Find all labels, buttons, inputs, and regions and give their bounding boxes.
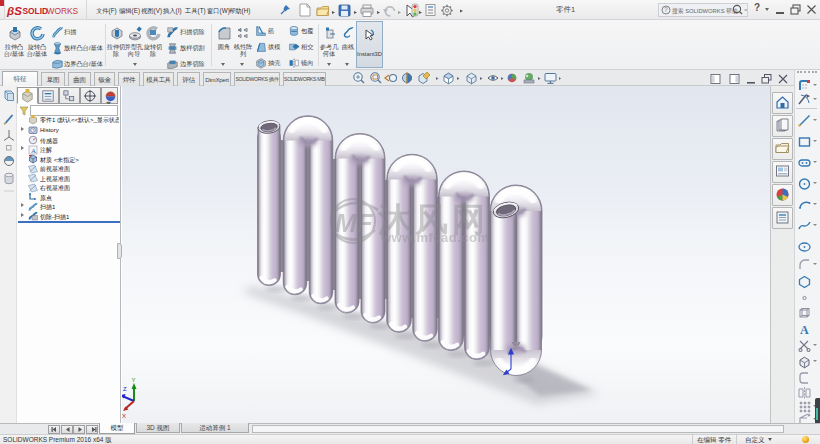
svg-text:?: ? (664, 6, 668, 13)
svg-text:WORKS: WORKS (47, 6, 79, 16)
svg-text:SOLID: SOLID (23, 6, 49, 16)
svg-text:A: A (800, 323, 809, 337)
svg-text:www.mfcad.com: www.mfcad.com (380, 230, 490, 245)
svg-text:MF: MF (335, 208, 374, 238)
svg-text:Z: Z (123, 386, 127, 392)
svg-text:βS: βS (6, 5, 22, 17)
svg-text:Y: Y (132, 377, 136, 383)
svg-text:X: X (122, 413, 126, 419)
